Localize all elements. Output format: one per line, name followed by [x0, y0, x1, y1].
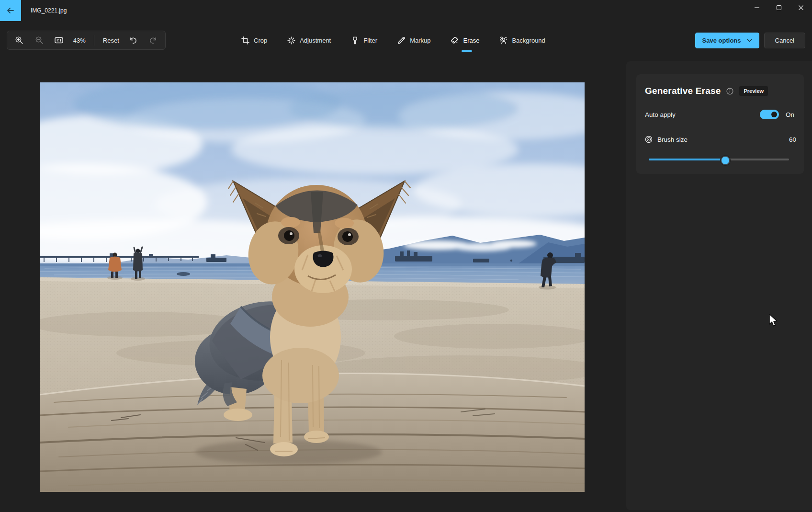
- save-options-button[interactable]: Save options: [695, 33, 759, 48]
- minimize-icon: [754, 5, 760, 11]
- top-actions: Save options Cancel: [695, 33, 805, 48]
- window-title: IMG_0221.jpg: [31, 0, 67, 21]
- photo-canvas[interactable]: [40, 82, 585, 492]
- zoom-level-value: 43%: [73, 37, 86, 44]
- maximize-icon: [776, 5, 782, 11]
- caption-buttons: [746, 0, 812, 15]
- info-button[interactable]: [726, 88, 733, 95]
- brush-size-slider[interactable]: [649, 155, 789, 164]
- active-tab-underline: [462, 50, 472, 52]
- toggle-knob: [771, 112, 777, 117]
- tab-crop[interactable]: Crop: [238, 31, 270, 50]
- pen-icon: [397, 36, 406, 45]
- arrow-left-icon: [6, 6, 15, 15]
- preview-badge: Preview: [739, 86, 768, 96]
- zoom-out-icon: [35, 36, 44, 45]
- zoom-toolbar: 43% Reset: [7, 31, 166, 50]
- auto-apply-row: Auto apply On: [645, 110, 796, 119]
- toolbar-divider: [94, 35, 94, 46]
- zoom-in-icon: [15, 36, 23, 45]
- background-person-icon: [499, 36, 508, 45]
- reset-button[interactable]: Reset: [103, 37, 119, 44]
- zoom-out-button[interactable]: [34, 34, 45, 47]
- close-icon: [798, 5, 804, 11]
- info-circle-icon: [726, 88, 733, 95]
- back-button[interactable]: [0, 0, 21, 21]
- maximize-button[interactable]: [768, 0, 790, 15]
- one-to-one-icon: [54, 35, 64, 45]
- undo-icon: [129, 36, 137, 45]
- panel-title: Generative Erase: [645, 86, 721, 96]
- generative-erase-card: Generative Erase Preview Auto apply On B…: [636, 74, 804, 174]
- photos-app-window: IMG_0221.jpg 43% Reset: [0, 0, 812, 512]
- slider-thumb[interactable]: [721, 156, 730, 165]
- tab-markup[interactable]: Markup: [395, 31, 433, 50]
- cancel-button[interactable]: Cancel: [764, 33, 805, 48]
- minimize-button[interactable]: [746, 0, 768, 15]
- slider-fill: [649, 159, 726, 160]
- tab-erase[interactable]: Erase: [448, 31, 482, 50]
- eraser-icon: [451, 36, 459, 45]
- redo-button[interactable]: [147, 34, 159, 47]
- chevron-down-icon: [747, 38, 752, 43]
- tab-background[interactable]: Background: [496, 31, 548, 50]
- auto-apply-label: Auto apply: [645, 111, 676, 118]
- zoom-in-button[interactable]: [13, 34, 25, 47]
- brush-size-row: Brush size 60: [645, 136, 796, 143]
- auto-apply-state: On: [786, 111, 796, 118]
- actual-size-button[interactable]: [53, 34, 65, 47]
- undo-button[interactable]: [127, 34, 139, 47]
- concentric-circles-icon: [645, 136, 653, 143]
- auto-apply-toggle[interactable]: [760, 110, 779, 119]
- tab-filter[interactable]: Filter: [348, 31, 380, 50]
- brush-size-value: 60: [789, 136, 796, 143]
- close-button[interactable]: [790, 0, 812, 15]
- erase-panel: Generative Erase Preview Auto apply On B…: [626, 61, 812, 510]
- redo-icon: [149, 36, 158, 45]
- tab-adjustment[interactable]: Adjustment: [284, 31, 334, 50]
- crop-icon: [241, 36, 249, 45]
- editing-tabs: Crop Adjustment Filter Markup Erase Back…: [238, 31, 548, 50]
- brush-size-label: Brush size: [657, 136, 688, 143]
- filter-icon: [351, 36, 359, 45]
- brightness-icon: [287, 36, 295, 45]
- beach-dog-photo: [40, 82, 585, 492]
